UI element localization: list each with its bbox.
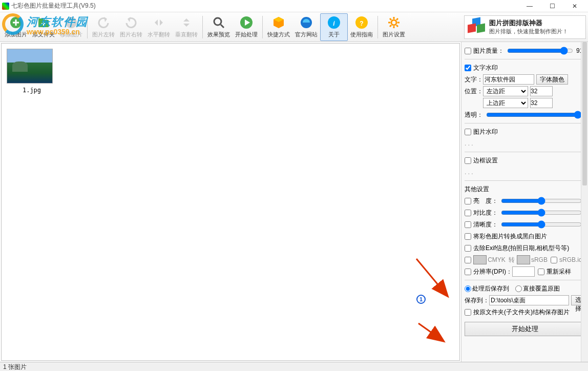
gear-icon bbox=[387, 15, 401, 30]
shortcut-button[interactable]: 快捷方式 bbox=[265, 13, 292, 41]
remove-image-button: 移除图片 bbox=[57, 13, 85, 41]
bw-label: 将彩色图片转换成黑白图片 bbox=[473, 232, 547, 241]
other-settings-label: 其他设置 bbox=[465, 185, 489, 194]
redo-icon bbox=[124, 15, 138, 30]
status-bar: 1 张图片 bbox=[0, 362, 588, 371]
resample-checkbox[interactable] bbox=[538, 269, 544, 275]
quality-label: 图片质量： bbox=[473, 47, 504, 55]
text-label: 文字： bbox=[465, 75, 483, 84]
exif-checkbox[interactable] bbox=[465, 245, 471, 252]
font-color-button[interactable]: 字体颜色 bbox=[536, 74, 568, 85]
overwrite-radio[interactable] bbox=[515, 285, 522, 292]
title-bar: 七彩色图片批量处理工具(V9.5) — ☐ ✕ bbox=[0, 0, 588, 12]
cubes-icon bbox=[468, 18, 486, 36]
image-count: 1 张图片 bbox=[3, 363, 27, 370]
minus-icon bbox=[64, 15, 78, 30]
side-panel: 图片质量： 91(高) 文字水印 文字： 字体颜色 位置： 左边距 上边距 透明… bbox=[461, 42, 588, 362]
brightness-checkbox[interactable] bbox=[465, 198, 471, 204]
quality-slider[interactable] bbox=[507, 47, 573, 55]
minimize-button[interactable]: — bbox=[518, 0, 541, 12]
opacity-slider[interactable] bbox=[486, 111, 582, 119]
sharpness-slider[interactable] bbox=[501, 220, 582, 229]
rotate-left-button: 图片左转 bbox=[90, 13, 117, 41]
thumbnail-item[interactable]: 1.jpg bbox=[7, 49, 57, 94]
official-button[interactable]: 官方网站 bbox=[292, 13, 320, 41]
flip-v-icon bbox=[179, 15, 194, 30]
svg-rect-2 bbox=[38, 18, 44, 21]
preview-button[interactable]: 效果预览 bbox=[205, 13, 233, 41]
thumbnail-label: 1.jpg bbox=[7, 87, 57, 94]
annotation-arrows bbox=[2, 44, 460, 361]
cmyk-chip bbox=[473, 255, 487, 264]
window-title: 七彩色图片批量处理工具(V9.5) bbox=[11, 2, 518, 10]
maximize-button[interactable]: ☐ bbox=[541, 0, 563, 12]
close-button[interactable]: ✕ bbox=[563, 0, 586, 12]
image-watermark-checkbox[interactable] bbox=[465, 129, 471, 135]
cube-icon bbox=[271, 15, 286, 30]
pos-top-select[interactable]: 上边距 bbox=[483, 98, 528, 108]
opacity-label: 透明： bbox=[465, 111, 483, 119]
svg-point-4 bbox=[214, 18, 221, 25]
magnifier-icon bbox=[212, 15, 226, 30]
folder-plus-icon bbox=[36, 15, 51, 30]
thumbnail-image bbox=[7, 49, 53, 84]
main-toolbar: 添加图片 添文件夹 移除图片 图片左转 图片右转 水平翻转 垂直翻转 效果预览 … bbox=[0, 12, 588, 42]
plus-icon bbox=[9, 15, 23, 30]
add-folder-button[interactable]: 添文件夹 bbox=[30, 13, 57, 41]
info-icon: i bbox=[327, 15, 341, 30]
svg-point-11 bbox=[391, 20, 396, 25]
dpi-input[interactable] bbox=[512, 266, 535, 277]
start-button[interactable]: 开始处理 bbox=[233, 13, 260, 41]
image-watermark-label: 图片水印 bbox=[473, 128, 498, 136]
flip-h-button: 水平翻转 bbox=[145, 13, 173, 41]
cmyk-checkbox[interactable] bbox=[465, 257, 471, 263]
keep-structure-checkbox[interactable] bbox=[465, 309, 471, 316]
app-icon bbox=[2, 3, 9, 10]
quality-checkbox[interactable] bbox=[465, 48, 471, 54]
image-list-area[interactable]: 1.jpg 1 2 3 bbox=[1, 43, 460, 361]
help-icon: ? bbox=[354, 15, 369, 30]
play-icon bbox=[239, 15, 254, 30]
svg-text:?: ? bbox=[360, 20, 363, 27]
add-image-button[interactable]: 添加图片 bbox=[2, 13, 30, 41]
annotation-1: 1 bbox=[416, 295, 426, 304]
brightness-label: 亮 度： bbox=[473, 197, 498, 205]
bw-checkbox[interactable] bbox=[465, 233, 471, 240]
settings-button[interactable]: 图片设置 bbox=[380, 13, 408, 41]
pos-top-value[interactable] bbox=[530, 98, 553, 108]
save-path-input[interactable] bbox=[489, 295, 569, 305]
sharpness-label: 清晰度： bbox=[473, 220, 498, 229]
overwrite-label: 直接覆盖原图 bbox=[523, 284, 560, 293]
contrast-checkbox[interactable] bbox=[465, 210, 471, 216]
dpi-checkbox[interactable] bbox=[465, 269, 471, 275]
flip-v-button: 垂直翻转 bbox=[173, 13, 200, 41]
save-path-label: 保存到： bbox=[465, 296, 489, 305]
rotate-right-button: 图片右转 bbox=[117, 13, 145, 41]
watermark-text-input[interactable] bbox=[483, 74, 534, 85]
srgbicc-checkbox[interactable] bbox=[551, 257, 557, 263]
undo-icon bbox=[96, 15, 111, 30]
brightness-slider[interactable] bbox=[501, 197, 582, 205]
border-checkbox[interactable] bbox=[465, 157, 471, 164]
flip-h-icon bbox=[152, 15, 166, 30]
resample-label: 重新采样 bbox=[547, 267, 571, 276]
pos-left-select[interactable]: 左边距 bbox=[483, 86, 528, 96]
ie-icon bbox=[299, 15, 313, 30]
promo-banner[interactable]: 图片拼图排版神器 图片排版，快速批量制作图片！ bbox=[464, 15, 586, 39]
text-watermark-checkbox[interactable] bbox=[465, 65, 471, 71]
contrast-label: 对比度： bbox=[473, 209, 498, 217]
about-button[interactable]: i关于 bbox=[320, 13, 348, 41]
contrast-slider[interactable] bbox=[501, 209, 582, 217]
srgb-chip bbox=[517, 255, 530, 264]
exif-label: 去除Exif信息(拍照日期,相机型号等) bbox=[473, 244, 569, 253]
text-watermark-label: 文字水印 bbox=[473, 64, 498, 72]
dpi-label: 分辨率(DPI)： bbox=[473, 267, 512, 276]
position-label: 位置： bbox=[465, 87, 483, 96]
guide-button[interactable]: ?使用指南 bbox=[348, 13, 375, 41]
sharpness-checkbox[interactable] bbox=[465, 221, 471, 228]
scrollbar[interactable] bbox=[581, 42, 588, 362]
save-to-radio[interactable] bbox=[465, 285, 471, 292]
start-processing-button[interactable]: 开始处理 bbox=[465, 322, 585, 336]
save-to-label: 处理后保存到 bbox=[472, 284, 509, 293]
pos-left-value[interactable] bbox=[530, 86, 553, 96]
